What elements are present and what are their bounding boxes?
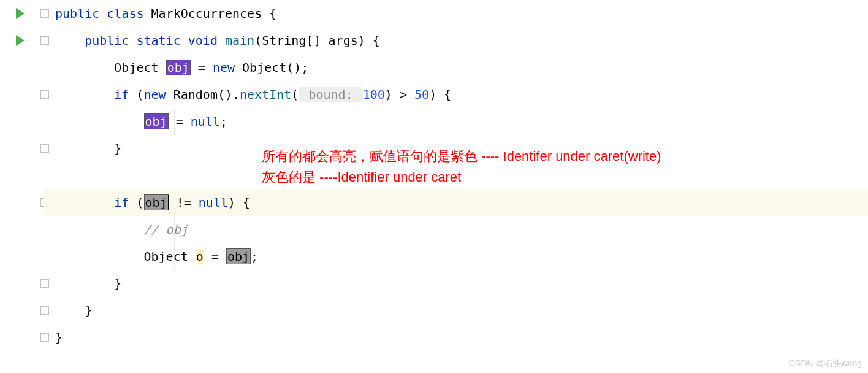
code-area[interactable]: public class MarkOccurrences { public st… (44, 0, 868, 373)
gutter-row[interactable]: − (0, 324, 44, 351)
class-name: MarkOccurrences (151, 6, 262, 21)
gutter-row[interactable] (0, 54, 44, 81)
brace: } (114, 141, 121, 156)
brace: { (262, 6, 276, 21)
gutter-row[interactable]: − (0, 189, 44, 216)
parameter-hint: bound: (299, 87, 362, 102)
gutter-row[interactable] (0, 243, 44, 270)
gutter-row[interactable]: − (0, 0, 44, 27)
keyword: null (199, 195, 228, 210)
code-line[interactable]: Object obj = new Object(); (44, 54, 868, 81)
method-name: nextInt (240, 87, 291, 102)
run-icon[interactable] (16, 8, 25, 19)
brace: } (85, 303, 92, 318)
annotation-text: 灰色的是 ----Identifier under caret (262, 168, 461, 186)
highlight-write: obj (166, 60, 191, 75)
type: Object (114, 60, 166, 75)
keyword: if (114, 195, 129, 210)
gutter-row[interactable]: − (0, 81, 44, 108)
number: 100 (363, 87, 385, 102)
keyword: class (107, 6, 143, 21)
code-line[interactable]: } (44, 324, 868, 351)
gutter-row[interactable]: − (0, 27, 44, 54)
code-line[interactable]: // obj (44, 216, 868, 243)
highlight-read: obj (144, 194, 169, 210)
highlight-write: obj (144, 113, 169, 129)
gutter: − − − − − − − − (0, 0, 44, 373)
keyword: if (114, 87, 129, 102)
annotation-text: 所有的都会高亮，赋值语句的是紫色 ---- Identifer under ca… (262, 147, 661, 166)
code-line[interactable]: if (new Random().nextInt( bound: 100) > … (44, 81, 868, 108)
keyword: null (191, 114, 220, 129)
highlight-read: obj (226, 248, 251, 264)
gutter-row[interactable]: − (0, 270, 44, 297)
keyword: public (55, 6, 99, 21)
brace: } (114, 276, 121, 291)
gutter-row[interactable]: − (0, 297, 44, 324)
gutter-row[interactable]: − (0, 135, 44, 162)
keyword: new (144, 87, 166, 102)
gutter-row[interactable] (0, 162, 44, 189)
run-icon[interactable] (16, 35, 25, 46)
gutter-row[interactable] (0, 216, 44, 243)
code-line-current[interactable]: if (obj != null) { (44, 189, 868, 216)
gutter-row[interactable] (0, 108, 44, 135)
code-line[interactable]: obj = null; (44, 108, 868, 135)
keyword: void (188, 33, 218, 48)
brace: } (55, 330, 63, 345)
watermark: CSDN @石头wang (789, 358, 862, 369)
keyword: public (85, 33, 129, 48)
code-line[interactable]: } (44, 270, 868, 297)
code-line[interactable]: public static void main(String[] args) { (44, 27, 868, 54)
params: (String[] args) { (254, 33, 380, 48)
code-line[interactable]: public class MarkOccurrences { (44, 0, 868, 27)
method-name: main (225, 33, 254, 48)
keyword: static (136, 33, 180, 48)
code-editor: − − − − − − − − pub (0, 0, 868, 373)
code-line[interactable]: } (44, 297, 868, 324)
code-line[interactable]: Object o = obj; (44, 243, 868, 270)
keyword: new (213, 60, 235, 75)
highlight-warn: o (196, 249, 204, 264)
type: Object (144, 249, 196, 264)
comment: // obj (144, 222, 188, 237)
number: 50 (414, 87, 429, 102)
